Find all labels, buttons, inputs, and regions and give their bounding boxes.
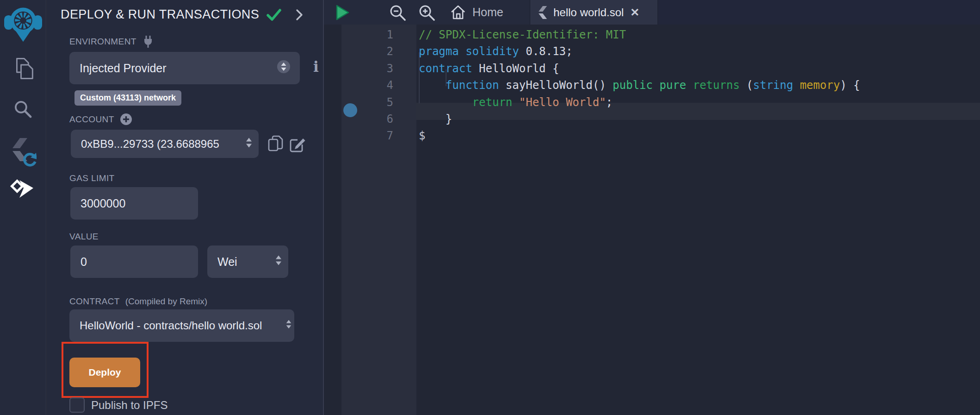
compiled-check-icon (267, 8, 281, 21)
value-label: VALUE (69, 232, 99, 242)
deploy-run-panel: DEPLOY & RUN TRANSACTIONS ENVIRONMENT In… (47, 0, 324, 415)
tabstrip-empty (658, 0, 980, 25)
contract-sublabel: (Compiled by Remix) (125, 296, 207, 307)
remix-ide-screen: DEPLOY & RUN TRANSACTIONS ENVIRONMENT In… (0, 0, 980, 415)
environment-info-icon[interactable]: i (313, 58, 319, 75)
value-unit-caret-icon (274, 254, 283, 270)
publish-row: Publish to IPFS (69, 397, 167, 413)
gas-limit-label-text: GAS LIMIT (69, 173, 115, 183)
environment-value: Injected Provider (69, 62, 167, 75)
gas-limit-input[interactable]: 3000000 (70, 187, 198, 220)
environment-select[interactable]: Injected Provider (69, 52, 300, 84)
account-value: 0xBB9...29733 (23.6688965 (71, 138, 219, 151)
value-unit: Wei (207, 255, 237, 269)
solidity-file-icon (538, 6, 548, 19)
line-numbers: 1234567 (341, 26, 393, 145)
code-content[interactable]: // SPDX-License-Identifier: MITpragma so… (419, 26, 980, 145)
zoom-in-icon[interactable] (418, 4, 436, 24)
contract-caret-icon (285, 319, 292, 333)
network-badge: Custom (43113) network (74, 90, 181, 106)
tab-home[interactable]: Home (445, 0, 508, 25)
value-input[interactable]: 0 (70, 245, 198, 278)
contract-label-row: CONTRACT (Compiled by Remix) (69, 296, 207, 307)
value-amount: 0 (70, 255, 87, 269)
edit-account-icon[interactable] (288, 135, 307, 156)
solidity-compiler-icon[interactable] (0, 137, 46, 168)
plug-icon (142, 35, 154, 48)
gas-limit-label: GAS LIMIT (69, 173, 115, 183)
add-account-icon[interactable] (120, 113, 132, 126)
value-label-text: VALUE (69, 232, 99, 242)
search-icon[interactable] (0, 99, 46, 120)
environment-caret-icon[interactable] (277, 60, 291, 76)
account-label: ACCOUNT (69, 114, 114, 125)
account-label-row: ACCOUNT (69, 113, 132, 126)
activity-bar (0, 0, 46, 415)
account-select[interactable]: 0xBB9...29733 (23.6688965 (71, 130, 259, 158)
home-tab-label: Home (472, 6, 503, 19)
tab-hello-world-sol[interactable]: hello world.sol ✕ (530, 0, 658, 25)
gas-limit-value: 3000000 (70, 197, 125, 210)
deploy-and-run-icon[interactable] (0, 178, 46, 201)
publish-to-ipfs-checkbox[interactable] (69, 397, 85, 413)
file-tab-label: hello world.sol (553, 6, 624, 19)
close-tab-icon[interactable]: ✕ (630, 6, 639, 19)
publish-to-ipfs-label: Publish to IPFS (91, 399, 167, 412)
account-caret-icon (245, 136, 253, 151)
zoom-out-icon[interactable] (389, 4, 407, 24)
contract-value: HelloWorld - contracts/hello world.sol (69, 319, 263, 332)
file-explorer-icon[interactable] (0, 57, 46, 81)
run-script-play-icon[interactable] (335, 4, 350, 23)
contract-label: CONTRACT (69, 296, 120, 307)
panel-expand-chevron-icon[interactable] (295, 8, 304, 21)
environment-label: ENVIRONMENT (69, 37, 136, 47)
deploy-button[interactable]: Deploy (69, 358, 140, 387)
value-unit-select[interactable]: Wei (207, 245, 288, 278)
editor-area: 1234567 // SPDX-License-Identifier: MITp… (324, 0, 980, 415)
environment-label-row: ENVIRONMENT (69, 35, 154, 48)
panel-title-row: DEPLOY & RUN TRANSACTIONS (61, 7, 304, 22)
editor-topbar: Home hello world.sol ✕ (324, 0, 980, 25)
contract-select[interactable]: HelloWorld - contracts/hello world.sol (69, 309, 294, 342)
remix-logo-glyph (4, 4, 42, 44)
copy-account-icon[interactable] (267, 134, 285, 156)
remix-logo-icon[interactable] (0, 4, 46, 44)
panel-title: DEPLOY & RUN TRANSACTIONS (61, 7, 259, 22)
home-icon (450, 4, 466, 21)
